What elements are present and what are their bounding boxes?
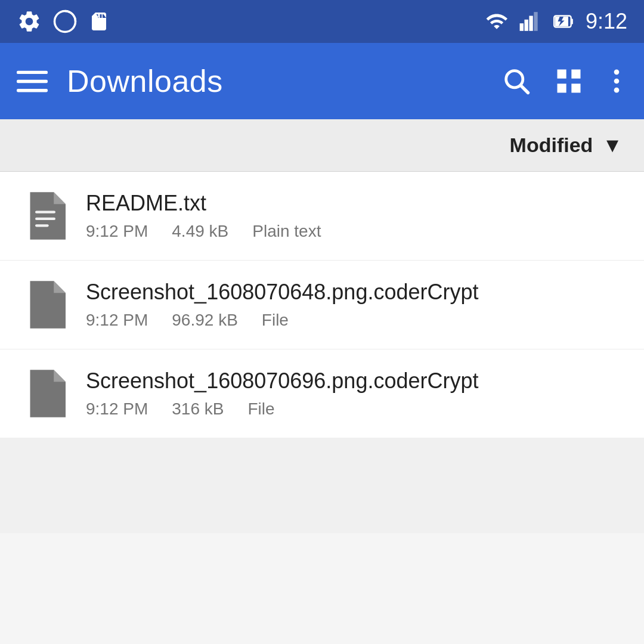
page-title: Downloads [67, 63, 482, 99]
svg-rect-15 [558, 70, 566, 79]
sort-label: Modified [510, 134, 593, 157]
generic-file-icon [25, 370, 66, 417]
status-bar: 9:12 [0, 0, 644, 43]
sort-bar[interactable]: Modified ▼ [0, 119, 644, 172]
status-bar-left-icons [17, 9, 110, 34]
file-type: File [247, 400, 274, 419]
file-name: Screenshot_1608070696.png.coderCrypt [86, 369, 478, 394]
svg-rect-3 [524, 20, 528, 31]
bottom-section [0, 438, 644, 533]
more-options-icon[interactable] [606, 66, 627, 97]
battery-icon [550, 10, 577, 33]
menu-icon[interactable] [17, 66, 48, 97]
svg-rect-24 [35, 224, 49, 227]
file-type: Plain text [252, 222, 321, 241]
svg-rect-22 [35, 211, 55, 213]
svg-rect-18 [571, 83, 580, 92]
file-meta: 9:12 PM 316 kB File [86, 400, 478, 419]
file-details: README.txt 9:12 PM 4.49 kB Plain text [86, 191, 321, 241]
list-item[interactable]: Screenshot_1608070648.png.coderCrypt 9:1… [0, 261, 644, 349]
file-icon-wrap [21, 192, 69, 240]
file-size: 96.92 kB [172, 311, 238, 330]
list-item[interactable]: README.txt 9:12 PM 4.49 kB Plain text [0, 172, 644, 261]
svg-rect-4 [529, 16, 532, 31]
app-bar-action-icons [501, 66, 627, 97]
svg-rect-1 [94, 20, 104, 29]
list-item[interactable]: Screenshot_1608070696.png.coderCrypt 9:1… [0, 349, 644, 438]
svg-point-20 [614, 79, 620, 84]
file-type: File [262, 311, 289, 330]
text-file-icon [25, 192, 66, 240]
file-size: 316 kB [172, 400, 224, 419]
file-size: 4.49 kB [172, 222, 228, 241]
file-meta: 9:12 PM 4.49 kB Plain text [86, 222, 321, 241]
status-time: 9:12 [586, 9, 627, 34]
svg-rect-12 [17, 89, 48, 92]
svg-line-14 [521, 86, 528, 93]
app-bar: Downloads [0, 43, 644, 119]
status-bar-right-icons: 9:12 [483, 9, 627, 34]
file-time: 9:12 PM [86, 400, 148, 419]
svg-rect-10 [17, 71, 48, 74]
file-time: 9:12 PM [86, 311, 148, 330]
svg-rect-16 [571, 70, 580, 79]
file-icon-wrap [21, 370, 69, 417]
signal-icon [519, 10, 541, 33]
svg-rect-17 [558, 83, 566, 92]
svg-rect-5 [534, 12, 537, 31]
sdcard-icon [88, 9, 110, 34]
spinner-icon [52, 9, 78, 34]
file-list: README.txt 9:12 PM 4.49 kB Plain text Sc… [0, 172, 644, 438]
wifi-icon [483, 10, 510, 33]
search-icon[interactable] [501, 66, 532, 97]
file-meta: 9:12 PM 96.92 kB File [86, 311, 478, 330]
svg-rect-23 [35, 218, 55, 220]
settings-icon [17, 9, 42, 34]
svg-rect-2 [520, 23, 524, 31]
file-icon-wrap [21, 281, 69, 329]
file-name: Screenshot_1608070648.png.coderCrypt [86, 280, 478, 305]
svg-rect-7 [571, 18, 573, 24]
file-name: README.txt [86, 191, 321, 216]
file-details: Screenshot_1608070696.png.coderCrypt 9:1… [86, 369, 478, 419]
svg-rect-11 [17, 80, 48, 83]
svg-point-21 [614, 88, 620, 93]
generic-file-icon [25, 281, 66, 329]
file-time: 9:12 PM [86, 222, 148, 241]
grid-view-icon[interactable] [553, 66, 584, 97]
svg-point-19 [614, 70, 620, 75]
file-details: Screenshot_1608070648.png.coderCrypt 9:1… [86, 280, 478, 330]
sort-chevron-icon: ▼ [602, 134, 623, 157]
